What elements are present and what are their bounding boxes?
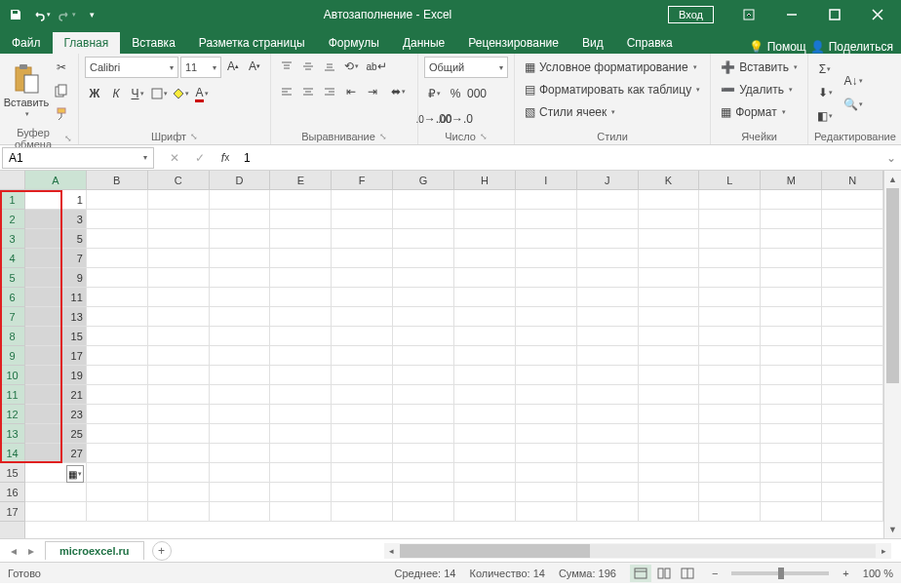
cell[interactable]: 1 — [25, 190, 87, 210]
cell[interactable] — [210, 502, 271, 522]
cell[interactable] — [761, 463, 822, 483]
tab-review[interactable]: Рецензирование — [456, 32, 570, 54]
cell[interactable] — [699, 229, 761, 249]
cell[interactable] — [699, 366, 761, 385]
cell[interactable]: 23 — [25, 405, 87, 424]
cell[interactable]: 13 — [25, 307, 87, 327]
cell[interactable] — [761, 268, 822, 288]
cell[interactable] — [87, 307, 148, 327]
zoom-slider[interactable] — [731, 571, 829, 575]
cell[interactable] — [761, 502, 822, 522]
cell[interactable] — [332, 249, 393, 268]
cell[interactable] — [577, 366, 639, 385]
cell[interactable] — [822, 405, 883, 424]
cell[interactable] — [639, 249, 700, 268]
cell[interactable] — [761, 210, 822, 229]
cell[interactable] — [148, 385, 210, 405]
cell[interactable] — [454, 288, 516, 307]
col-header[interactable]: M — [761, 171, 822, 189]
cell[interactable] — [761, 346, 822, 366]
row-header[interactable]: 14 — [0, 444, 24, 463]
cell[interactable] — [332, 463, 393, 483]
enter-icon[interactable]: ✓ — [187, 147, 213, 169]
row-header[interactable]: 10 — [0, 366, 24, 385]
cell[interactable] — [577, 327, 639, 346]
cell[interactable] — [577, 483, 639, 502]
cell[interactable] — [454, 366, 516, 385]
cell[interactable] — [454, 405, 516, 424]
cell[interactable] — [822, 483, 883, 502]
zoom-out-icon[interactable]: − — [712, 568, 718, 579]
fill-color-button[interactable]: ▾ — [171, 84, 190, 103]
cell[interactable] — [699, 424, 761, 444]
sheet-nav-next-icon[interactable]: ▸ — [23, 544, 39, 558]
cell[interactable] — [332, 268, 393, 288]
cell[interactable] — [822, 268, 883, 288]
cell[interactable] — [699, 268, 761, 288]
clear-icon[interactable]: ◧▾ — [814, 105, 836, 127]
col-header[interactable]: J — [577, 171, 639, 189]
cell[interactable] — [332, 483, 393, 502]
font-name-combo[interactable]: Calibri▾ — [85, 57, 178, 78]
tab-home[interactable]: Главная — [53, 32, 121, 54]
tab-help[interactable]: Справка — [615, 32, 685, 54]
underline-button[interactable]: Ч▾ — [128, 84, 147, 103]
cell[interactable] — [516, 288, 577, 307]
cell[interactable] — [699, 483, 761, 502]
cell[interactable] — [393, 385, 454, 405]
cancel-icon[interactable]: ✕ — [162, 147, 187, 169]
cell[interactable] — [639, 444, 700, 463]
cell[interactable] — [822, 366, 883, 385]
cell[interactable] — [87, 210, 148, 229]
cell[interactable] — [822, 346, 883, 366]
percent-format-icon[interactable]: % — [446, 84, 465, 103]
wrap-text-icon[interactable]: ab↵ — [363, 57, 390, 76]
cell[interactable] — [87, 463, 148, 483]
cell[interactable] — [148, 366, 210, 385]
cell[interactable] — [822, 424, 883, 444]
cell[interactable] — [516, 190, 577, 210]
cell[interactable] — [639, 366, 700, 385]
row-header[interactable]: 7 — [0, 307, 24, 327]
name-box[interactable]: A1▾ — [2, 147, 154, 169]
cell[interactable] — [270, 366, 332, 385]
cell[interactable] — [270, 463, 332, 483]
align-top-icon[interactable] — [277, 57, 296, 76]
cell[interactable] — [761, 444, 822, 463]
merge-button[interactable]: ⬌▾ — [384, 82, 411, 101]
horizontal-scrollbar[interactable]: ◂ ▸ — [384, 543, 891, 559]
cell[interactable] — [148, 307, 210, 327]
cell[interactable]: 15 — [25, 327, 87, 346]
cell[interactable] — [639, 229, 700, 249]
cell[interactable] — [148, 444, 210, 463]
format-table-button[interactable]: ▤Форматировать как таблицу▾ — [521, 79, 704, 100]
cell[interactable] — [332, 307, 393, 327]
cell[interactable] — [210, 190, 271, 210]
cell[interactable] — [577, 249, 639, 268]
cell[interactable] — [148, 463, 210, 483]
cell[interactable] — [148, 268, 210, 288]
share-button[interactable]: 👤Поделиться — [810, 40, 893, 54]
col-header[interactable]: N — [822, 171, 883, 189]
cell[interactable] — [393, 405, 454, 424]
cell[interactable]: 21 — [25, 385, 87, 405]
cell[interactable] — [822, 190, 883, 210]
page-layout-view-icon[interactable] — [653, 565, 675, 582]
cell[interactable] — [577, 288, 639, 307]
cell[interactable] — [332, 327, 393, 346]
cell[interactable] — [454, 424, 516, 444]
fx-icon[interactable]: fx — [213, 147, 238, 169]
cell[interactable] — [639, 327, 700, 346]
cell[interactable] — [516, 502, 577, 522]
page-break-view-icon[interactable] — [677, 565, 698, 582]
cell[interactable] — [761, 483, 822, 502]
cell[interactable] — [393, 346, 454, 366]
cell[interactable]: 3 — [25, 210, 87, 229]
cell[interactable] — [332, 229, 393, 249]
align-middle-icon[interactable] — [298, 57, 318, 76]
cell[interactable] — [148, 502, 210, 522]
cell[interactable] — [699, 405, 761, 424]
cell[interactable] — [761, 190, 822, 210]
cell[interactable] — [332, 210, 393, 229]
row-header[interactable]: 1 — [0, 190, 24, 210]
